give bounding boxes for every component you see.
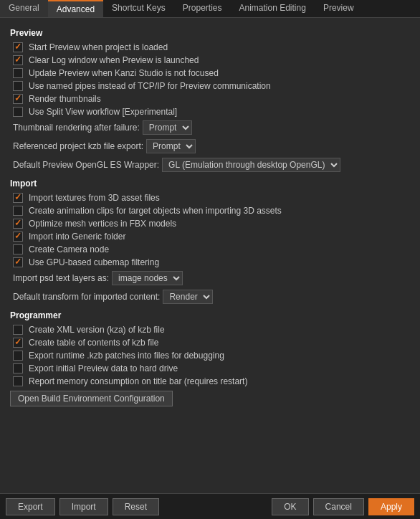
checkbox-create-anim-clips[interactable]: Create animation clips for target object… <box>13 204 410 217</box>
checkbox-clear-log[interactable]: Clear Log window when Preview is launche… <box>13 54 410 67</box>
checkbox-named-pipes[interactable]: Use named pipes instead of TCP/IP for Pr… <box>13 80 410 92</box>
checkbox-import-generic[interactable]: Import into Generic folder <box>13 230 410 243</box>
ok-button[interactable]: OK <box>272 498 308 515</box>
tab-general[interactable]: General <box>0 0 48 17</box>
checkbox-export-runtime[interactable]: Export runtime .kzb patches into files f… <box>13 349 410 362</box>
checkbox-import-textures[interactable]: Import textures from 3D asset files <box>13 191 410 204</box>
default-transform-select[interactable]: Render Identity <box>163 290 213 304</box>
checkbox-create-xml[interactable]: Create XML version (kza) of kzb file <box>13 323 410 336</box>
checkbox-create-table[interactable]: Create table of contents of kzb file <box>13 336 410 349</box>
import-section-header: Import <box>10 178 410 189</box>
bottom-bar: Export Import Reset OK Cancel Apply <box>0 493 420 519</box>
tab-properties[interactable]: Properties <box>174 0 231 17</box>
dropdown-import-psd: Import psd text layers as: image nodes t… <box>13 269 410 287</box>
dropdown-referenced-project: Referenced project kzb file export: Prom… <box>13 137 410 156</box>
checkbox-start-preview[interactable]: Start Preview when project is loaded <box>13 41 410 54</box>
main-content: Preview Start Preview when project is lo… <box>0 18 420 488</box>
thumbnail-failure-select[interactable]: Prompt Retry Skip <box>143 120 192 135</box>
tab-bar: General Advanced Shortcut Keys Propertie… <box>0 0 420 18</box>
checkbox-gpu-cubemap[interactable]: Use GPU-based cubemap filtering <box>13 256 410 269</box>
cancel-button[interactable]: Cancel <box>313 498 364 515</box>
import-psd-select[interactable]: image nodes text nodes <box>112 271 183 285</box>
checkbox-optimize-mesh[interactable]: Optimize mesh vertices in FBX models <box>13 217 410 230</box>
tab-shortcut-keys[interactable]: Shortcut Keys <box>103 0 174 17</box>
checkbox-split-view[interactable]: Use Split View workflow [Experimental] <box>13 105 410 118</box>
tab-advanced[interactable]: Advanced <box>48 0 103 17</box>
dropdown-thumbnail-failure: Thumbnail rendering after failure: Promp… <box>13 118 410 137</box>
tab-animation-editing[interactable]: Animation Editing <box>230 0 314 17</box>
checkbox-update-preview[interactable]: Update Preview when Kanzi Studio is not … <box>13 67 410 80</box>
checkbox-export-initial[interactable]: Export initial Preview data to hard driv… <box>13 362 410 375</box>
checkbox-create-camera[interactable]: Create Camera node <box>13 243 410 256</box>
checkbox-render-thumbnails[interactable]: Render thumbnails <box>13 92 410 105</box>
open-build-env-button[interactable]: Open Build Environment Configuration <box>10 391 173 406</box>
programmer-section-header: Programmer <box>10 310 410 320</box>
import-button[interactable]: Import <box>59 498 108 515</box>
dropdown-default-transform: Default transform for imported content: … <box>13 287 410 306</box>
export-button[interactable]: Export <box>6 498 55 515</box>
checkbox-report-memory[interactable]: Report memory consumption on title bar (… <box>13 375 410 388</box>
apply-button[interactable]: Apply <box>368 498 414 515</box>
dropdown-opengl-wrapper: Default Preview OpenGL ES Wrapper: GL (E… <box>13 156 410 174</box>
preview-section-header: Preview <box>10 28 410 38</box>
tab-preview[interactable]: Preview <box>315 0 363 17</box>
reset-button[interactable]: Reset <box>113 498 159 515</box>
opengl-wrapper-select[interactable]: GL (Emulation through desktop OpenGL) EG… <box>162 158 340 172</box>
referenced-project-select[interactable]: Prompt Always Never <box>146 139 196 153</box>
